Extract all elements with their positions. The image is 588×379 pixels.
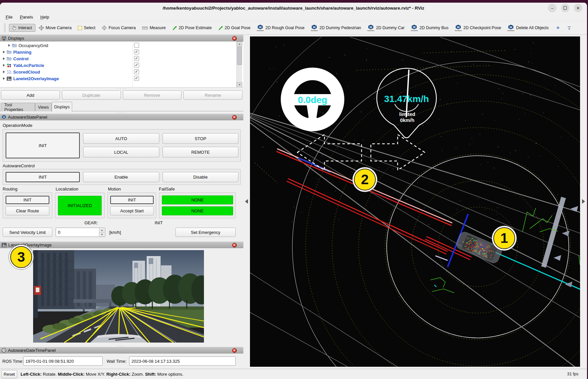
tree-row-lanelet2overlayimage[interactable]: Lanelet2OverlayImage	[0, 75, 132, 82]
statusbar: Reset Left-Click: Rotate. Middle-Click: …	[0, 369, 587, 379]
close-icon[interactable]: ✕	[574, 4, 582, 12]
stop-button[interactable]: STOP	[163, 133, 238, 144]
tool-2d-checkpoint-pose[interactable]: WAutoware 2D Checkpoint Pose	[453, 24, 504, 32]
maximize-icon[interactable]	[561, 4, 569, 12]
remote-button[interactable]: REMOTE	[163, 147, 238, 157]
tool-interact[interactable]: Interact	[9, 24, 35, 32]
tool-2d-dummy-pedestrian[interactable]: WAutoware 2D Dummy Pedestrian	[309, 24, 364, 32]
close-icon[interactable]: ✕	[232, 243, 237, 247]
tree-row-occupancygrid[interactable]: OccupancyGrid	[0, 42, 132, 49]
tool-measure[interactable]: Measure	[140, 25, 169, 31]
displays-button-row: Add Duplicate Remove Rename	[0, 90, 243, 100]
checkbox-control[interactable]: ✓	[134, 56, 139, 61]
duplicate-button[interactable]: Duplicate	[62, 90, 121, 100]
close-icon[interactable]: ✕	[232, 115, 237, 120]
svg-text:W: W	[413, 26, 416, 29]
autoware-logo-icon: W	[2, 115, 6, 119]
rename-button[interactable]: Rename	[183, 90, 242, 100]
tool-2d-dummy-car[interactable]: WAutoware 2D Dummy Car	[366, 24, 408, 32]
tool-move-camera[interactable]: Move Camera	[37, 24, 75, 31]
toolbar-drag-handle[interactable]	[4, 24, 6, 32]
datetime-panel-header[interactable]: AutowareDateTimePanel ✕	[0, 347, 243, 353]
3d-viewport[interactable]: 0.0deg 31.47km/h limited 0km/h 2 1	[250, 36, 580, 367]
tree-row-yablocparticle[interactable]: YabLocParticle	[0, 62, 132, 69]
tree-scrollbar[interactable]: ▲ ▼	[236, 41, 242, 87]
localization-group: INITIALIZED	[55, 192, 105, 218]
auto-button[interactable]: AUTO	[83, 133, 159, 144]
expand-arrow-icon[interactable]	[3, 77, 5, 80]
lanelet2overlayimage-panel-header[interactable]: Lanelet2OverlayImage ✕	[0, 242, 243, 248]
send-velocity-limit-button[interactable]: Send Velocity Limit	[3, 228, 52, 237]
tree-row-scoredcloud[interactable]: ScoredCloud	[0, 69, 132, 75]
tool-select[interactable]: Select	[76, 25, 98, 31]
reset-button[interactable]: Reset	[1, 370, 17, 378]
close-icon[interactable]: ✕	[232, 36, 237, 41]
tool-label: 2D Dummy Car	[376, 26, 405, 30]
add-button[interactable]: Add	[1, 90, 60, 100]
displays-panel-header[interactable]: Displays ✕	[0, 35, 243, 41]
tool-label: 2D Dummy Bus	[419, 26, 449, 30]
checkbox-planning[interactable]: ✓	[134, 49, 139, 54]
menu-panels[interactable]: Panels	[17, 14, 36, 20]
operation-mode-state[interactable]: INIT	[6, 133, 80, 158]
set-emergency-button[interactable]: Set Emergency	[175, 228, 236, 237]
scrollbar-thumb[interactable]	[237, 47, 242, 65]
checkbox-yablocparticle[interactable]: ✓	[134, 63, 139, 68]
remove-tool-button[interactable]: −▾	[564, 25, 574, 31]
tab-tool-properties[interactable]: Tool Properties	[1, 103, 35, 111]
expand-arrow-icon[interactable]	[3, 51, 5, 53]
ros-time-field[interactable]: 1970-01-01 09:08:51.920	[23, 356, 103, 366]
spin-up-icon[interactable]: ▲	[99, 228, 105, 233]
autoware-control-state[interactable]: INIT	[6, 172, 80, 182]
fps-counter: 31 fps	[567, 372, 578, 376]
expand-arrow-icon[interactable]	[3, 71, 5, 73]
titlebar[interactable]: /home/kentoyabuuchi2/Projects/yabloc_aut…	[0, 3, 587, 13]
enable-button[interactable]: Enable	[83, 172, 159, 182]
checkbox-occupancygrid[interactable]	[134, 43, 139, 48]
scroll-down-icon[interactable]: ▼	[237, 82, 242, 87]
svg-text:W: W	[259, 26, 262, 29]
scroll-up-icon[interactable]: ▲	[237, 41, 242, 47]
close-icon[interactable]: ✕	[232, 348, 237, 353]
checkbox-scoredcloud[interactable]: ✓	[134, 69, 139, 74]
accept-start-button[interactable]: Accept Start	[110, 206, 154, 215]
tree-row-control[interactable]: Control	[0, 55, 132, 62]
collapse-left-icon[interactable]	[245, 199, 248, 204]
routing-state[interactable]: INIT	[6, 196, 49, 204]
menu-file[interactable]: File	[3, 14, 16, 20]
splitter-handle[interactable]: ······	[0, 87, 243, 90]
tree-row-planning[interactable]: Planning	[0, 49, 132, 55]
right-dock-strip	[580, 35, 587, 369]
svg-text:W: W	[510, 26, 513, 29]
minimize-icon[interactable]: –	[548, 4, 557, 12]
collapse-right-icon[interactable]	[582, 199, 585, 204]
velocity-limit-spinner[interactable]: 0 ▲▼	[56, 228, 105, 237]
autoware-state-panel-header[interactable]: W AutowareStatePanel ✕	[0, 114, 243, 120]
autoware-caption: Autoware	[257, 30, 264, 31]
menu-help[interactable]: Help	[37, 14, 52, 20]
motion-state[interactable]: INIT	[110, 196, 154, 204]
tab-views[interactable]: Views	[35, 103, 52, 111]
tool-2d-rough-goal-pose[interactable]: WAutoware 2D Rough Goal Pose	[255, 24, 307, 32]
tool-2d-pose-estimate[interactable]: 2D Pose Estimate	[170, 25, 215, 31]
disable-button[interactable]: Disable	[163, 172, 238, 182]
expand-arrow-icon[interactable]	[8, 44, 10, 47]
tool-2d-dummy-bus[interactable]: WAutoware 2D Dummy Bus	[409, 24, 452, 32]
tree-column-divider[interactable]	[132, 41, 133, 87]
tab-displays[interactable]: Displays	[52, 102, 72, 112]
wall-time-field[interactable]: 2023-06-08 14:17:13.325	[129, 356, 236, 366]
tool-focus-camera[interactable]: Focus Camera	[100, 24, 139, 31]
tool-delete-all-objects[interactable]: WAutoware Delete All Objects	[506, 24, 552, 32]
expand-arrow-icon[interactable]	[3, 57, 5, 60]
splitter-handle[interactable]: ······	[0, 238, 243, 241]
local-button[interactable]: LOCAL	[83, 147, 159, 157]
spin-down-icon[interactable]: ▼	[99, 233, 105, 237]
checkbox-lanelet2overlayimage[interactable]: ✓	[134, 76, 139, 81]
remove-button[interactable]: Remove	[123, 90, 182, 100]
tool-2d-goal-pose[interactable]: 2D Goal Pose	[216, 25, 254, 31]
clear-route-button[interactable]: Clear Route	[6, 206, 49, 215]
dock-splitter[interactable]	[243, 35, 250, 369]
add-tool-button[interactable]: +	[553, 24, 563, 32]
spinner-arrows[interactable]: ▲▼	[99, 228, 105, 236]
expand-arrow-icon[interactable]	[3, 64, 5, 67]
